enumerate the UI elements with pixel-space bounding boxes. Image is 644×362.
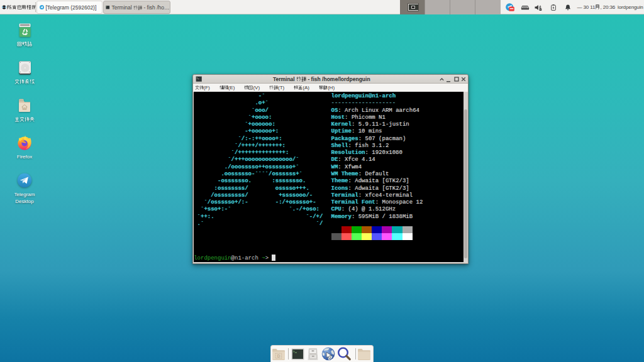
svg-text:D: D	[277, 353, 280, 358]
